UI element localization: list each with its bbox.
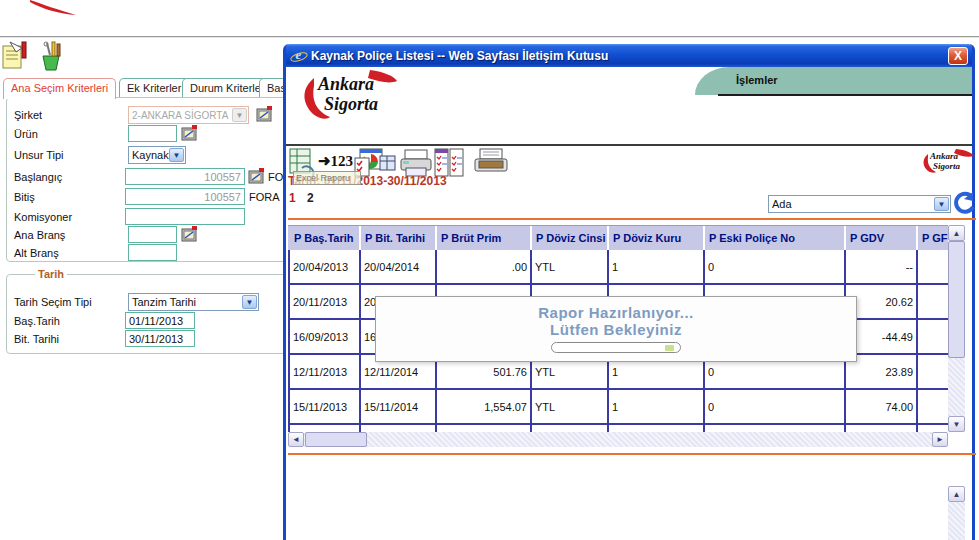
komisyoner-input[interactable] [125,208,245,225]
cell [918,355,948,388]
cell [846,425,918,432]
sirket-lookup-icon[interactable] [256,106,273,122]
progress-subtitle: Lütfen Bekleyiniz [376,321,856,338]
bas-tarih-input[interactable] [125,312,195,329]
table-row [288,425,948,432]
cell [437,425,532,432]
sirket-select[interactable]: 2-ANKARA SİGORTA ▼ [128,106,249,124]
cell [918,390,948,423]
tarih-secim-tipi-select[interactable]: Tanzim Tarihi ▼ [128,293,259,311]
chevron-down-icon: ▼ [934,197,949,211]
table-header-row: P Baş.Tarih P Bit. Tarihi P Brüt Prim P … [288,225,948,250]
col-header[interactable]: P Brüt Prim [437,226,532,250]
alt-brans-input[interactable] [128,244,177,261]
col-header[interactable]: P Döviz Kuru [609,226,705,250]
cell: 1 [609,250,705,283]
progress-title: Rapor Hazırlanıyor... [376,304,856,321]
bas-tarih-label: Baş.Tarih [14,315,60,327]
print-preview-icon[interactable] [471,148,511,178]
bitis-input[interactable] [125,188,245,205]
v-scroll-thumb[interactable] [948,241,965,358]
table-row: 20/04/2013 20/04/2014 .00 YTL 1 0 -- [288,250,948,285]
scroll-right-button[interactable]: ► [932,432,948,447]
tab-ana-secim-kriterleri[interactable]: Ana Seçim Kriterleri [3,78,116,99]
unsur-tipi-value: Kaynak [132,149,169,161]
bit-tarihi-label: Bit. Tarihi [14,333,59,345]
dialog-titlebar[interactable]: e Kaynak Poliçe Listesi -- Web Sayfası İ… [286,44,972,67]
cell [705,425,846,432]
screen: Ana Seçim Kriterleri Ek Kriterler Durum … [0,0,979,540]
col-header[interactable]: P Bit. Tarihi [361,226,437,250]
page-link-1[interactable]: 1 [289,191,296,205]
undo-icon[interactable] [952,191,976,215]
cell: 0 [705,390,846,423]
outer-scroll-track[interactable] [948,502,965,540]
ana-brans-input[interactable] [128,226,177,243]
cell [532,425,609,432]
cell: .00 [437,250,532,283]
bit-tarihi-input[interactable] [125,330,195,347]
progress-marquee-block [665,345,674,351]
sirket-label: Şirket [14,109,42,121]
cell: 15/11/2013 [288,390,361,423]
dialog-kaynak-police-listesi: e Kaynak Poliçe Listesi -- Web Sayfası İ… [283,44,975,540]
ana-brans-lookup-icon[interactable] [181,226,198,242]
baslangic-suffix: FO [268,171,283,183]
progress-overlay: Rapor Hazırlanıyor... Lütfen Bekleyiniz [375,296,857,362]
cell [361,425,437,432]
cell: 1,554.07 [437,390,532,423]
cell: 16/09/2013 [288,320,361,353]
col-header[interactable]: P Eski Poliçe No [705,226,846,250]
cell: 20/04/2013 [288,250,361,283]
bitis-label: Bitiş [14,191,35,203]
unsur-tipi-select[interactable]: Kaynak ▼ [128,146,186,164]
outer-scroll-up-button[interactable]: ▲ [948,486,965,502]
scroll-up-button[interactable]: ▲ [948,225,965,241]
cell [918,320,948,353]
cell: -- [846,250,918,283]
urun-input[interactable] [128,125,177,142]
dialog-title: Kaynak Poliçe Listesi -- Web Sayfası İle… [311,49,608,63]
progress-bar [551,342,681,353]
cell: 12/11/2013 [288,355,361,388]
stationery-cup-icon[interactable] [35,40,67,72]
h-scroll-thumb[interactable] [305,432,367,447]
col-header[interactable]: P GDV [846,226,918,250]
sirket-value: 2-ANKARA SİGORTA [132,110,228,121]
chevron-down-icon: ▼ [169,148,184,162]
close-icon[interactable]: X [948,47,968,65]
scroll-left-button[interactable]: ◄ [288,432,304,447]
col-header[interactable]: P GF [918,226,948,250]
chevron-down-icon: ▼ [232,108,247,122]
col-header[interactable]: P Döviz Cinsi [532,226,609,250]
cell: 0 [705,250,846,283]
tarih-group-legend: Tarih [35,268,67,280]
toolbar-divider [286,144,972,146]
ana-brans-label: Ana Branş [14,229,65,241]
cell: 15/11/2014 [361,390,437,423]
cell: 1 [609,390,705,423]
tooltip: Excel Raporu [293,171,361,185]
sort-select[interactable]: Ada ▼ [768,195,951,213]
brand-swoosh-partial [28,0,80,16]
baslangic-lookup-icon[interactable] [248,168,265,184]
cell [918,425,948,432]
cell: YTL [532,390,609,423]
baslangic-input[interactable] [125,168,245,185]
baslangic-label: Başlangıç [14,171,62,183]
tarih-secim-tipi-value: Tanzim Tarihi [132,296,196,308]
urun-label: Ürün [14,128,38,140]
svg-text:Sigorta: Sigorta [933,161,961,171]
tab-islemler[interactable]: İşlemler [736,74,778,86]
tab-ek-kriterler[interactable]: Ek Kriterler [119,78,189,97]
header-band-underline [718,94,972,96]
cell: 74.00 [846,390,918,423]
col-header[interactable]: P Baş.Tarih [288,226,361,250]
h-scroll-track[interactable] [304,432,932,447]
cell: YTL [532,250,609,283]
scroll-down-button[interactable]: ▼ [948,416,965,432]
page-link-2[interactable]: 2 [307,191,314,205]
unsur-tipi-label: Unsur Tipi [14,149,64,161]
note-edit-icon[interactable] [2,40,32,70]
urun-lookup-icon[interactable] [181,125,198,141]
